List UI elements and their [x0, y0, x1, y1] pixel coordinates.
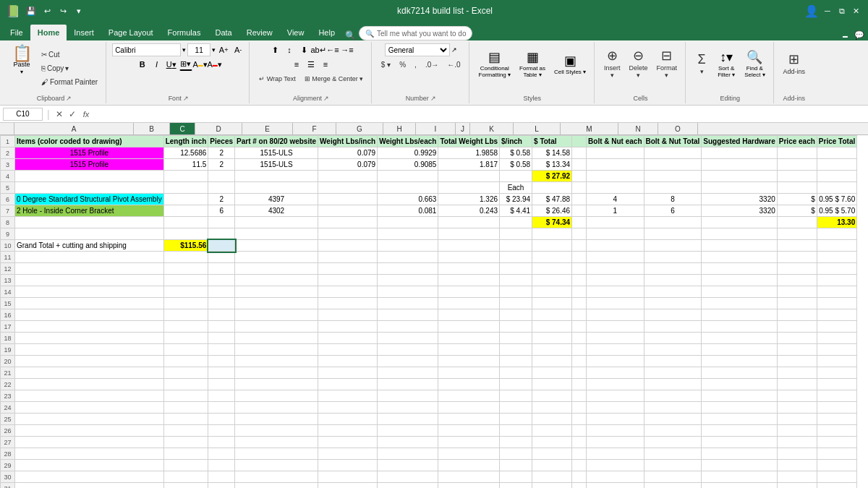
- cell-C12[interactable]: [208, 263, 235, 275]
- cell-I3[interactable]: $ 13.34: [532, 159, 572, 171]
- cell-N7[interactable]: $: [777, 205, 817, 217]
- cell-B29[interactable]: [163, 460, 208, 471]
- cell-N19[interactable]: [777, 344, 817, 356]
- cell-F3[interactable]: 0.9085: [378, 159, 438, 171]
- cell-J7[interactable]: [572, 205, 587, 217]
- cell-I18[interactable]: [532, 333, 572, 344]
- cell-E3[interactable]: 0.079: [318, 159, 378, 171]
- cell-B7[interactable]: [163, 205, 208, 217]
- cell-L26[interactable]: [644, 425, 702, 437]
- cell-E24[interactable]: [318, 402, 378, 414]
- tab-page-layout[interactable]: Page Layout: [101, 25, 161, 40]
- col-header-i[interactable]: I: [416, 123, 456, 134]
- cell-M13[interactable]: [702, 275, 777, 286]
- cell-I5[interactable]: [532, 182, 572, 194]
- cell-A11[interactable]: [15, 252, 164, 263]
- cell-N4[interactable]: [777, 171, 817, 182]
- cell-O15[interactable]: [817, 298, 856, 309]
- cell-D24[interactable]: [235, 402, 318, 414]
- row-number-21[interactable]: 21: [1, 367, 15, 379]
- cell-N17[interactable]: [777, 321, 817, 333]
- cell-O3[interactable]: [817, 159, 856, 171]
- cell-N18[interactable]: [777, 333, 817, 344]
- insert-button[interactable]: ⊕ Insert▾: [600, 43, 624, 84]
- cell-I7[interactable]: $ 26.46: [532, 205, 572, 217]
- cell-L9[interactable]: [644, 228, 702, 240]
- cell-A21[interactable]: [15, 367, 164, 379]
- cell-E25[interactable]: [318, 414, 378, 425]
- cell-M29[interactable]: [702, 460, 777, 471]
- cell-I11[interactable]: [532, 252, 572, 263]
- cell-H19[interactable]: [500, 344, 532, 356]
- cell-N2[interactable]: [777, 147, 817, 159]
- cell-F27[interactable]: [378, 437, 438, 448]
- cell-O27[interactable]: [817, 437, 856, 448]
- cell-A16[interactable]: [15, 309, 164, 321]
- redo-button[interactable]: ↪: [56, 4, 69, 17]
- cell-L12[interactable]: [644, 263, 702, 275]
- cell-M22[interactable]: [702, 379, 777, 390]
- cell-C17[interactable]: [208, 321, 235, 333]
- cell-I17[interactable]: [532, 321, 572, 333]
- insert-function-button[interactable]: fx: [80, 110, 93, 119]
- col-header-f[interactable]: F: [293, 123, 336, 134]
- cell-J8[interactable]: [572, 217, 587, 228]
- cell-G12[interactable]: [438, 263, 500, 275]
- cell-H27[interactable]: [500, 437, 532, 448]
- cell-F13[interactable]: [378, 275, 438, 286]
- cell-J6[interactable]: [572, 194, 587, 205]
- cell-C8[interactable]: [208, 217, 235, 228]
- cell-M4[interactable]: [702, 171, 777, 182]
- cell-A18[interactable]: [15, 333, 164, 344]
- cell-F5[interactable]: [378, 182, 438, 194]
- cell-O12[interactable]: [817, 263, 856, 275]
- tab-help[interactable]: Help: [311, 25, 342, 40]
- col-header-j[interactable]: J: [456, 123, 470, 134]
- cell-A24[interactable]: [15, 402, 164, 414]
- cell-J1[interactable]: [572, 136, 587, 147]
- cell-D13[interactable]: [235, 275, 318, 286]
- cell-K11[interactable]: [587, 252, 644, 263]
- cell-E28[interactable]: [318, 448, 378, 460]
- cell-G2[interactable]: 1.9858: [438, 147, 500, 159]
- row-number-6[interactable]: 6: [1, 194, 15, 205]
- cell-H11[interactable]: [500, 252, 532, 263]
- cell-O25[interactable]: [817, 414, 856, 425]
- cell-A7[interactable]: 2 Hole - Inside Corner Bracket: [15, 205, 164, 217]
- cell-H18[interactable]: [500, 333, 532, 344]
- cell-reference-box[interactable]: [3, 108, 43, 121]
- cell-B22[interactable]: [163, 379, 208, 390]
- cell-I4[interactable]: $ 27.92: [532, 171, 572, 182]
- cell-B4[interactable]: [163, 171, 208, 182]
- cell-E13[interactable]: [318, 275, 378, 286]
- cell-O7[interactable]: 0.95 $ 5.70: [817, 205, 856, 217]
- cell-F12[interactable]: [378, 263, 438, 275]
- cell-L31[interactable]: [644, 483, 702, 489]
- cell-I2[interactable]: $ 14.58: [532, 147, 572, 159]
- cell-O16[interactable]: [817, 309, 856, 321]
- cell-J27[interactable]: [572, 437, 587, 448]
- cell-A13[interactable]: [15, 275, 164, 286]
- border-button[interactable]: ⊞▾: [179, 58, 192, 71]
- cell-B25[interactable]: [163, 414, 208, 425]
- cell-K27[interactable]: [587, 437, 644, 448]
- cell-B5[interactable]: [163, 182, 208, 194]
- align-center-button[interactable]: ☰: [305, 58, 318, 71]
- cell-G27[interactable]: [438, 437, 500, 448]
- cell-F22[interactable]: [378, 379, 438, 390]
- cell-E27[interactable]: [318, 437, 378, 448]
- cell-I27[interactable]: [532, 437, 572, 448]
- cell-B27[interactable]: [163, 437, 208, 448]
- cell-C15[interactable]: [208, 298, 235, 309]
- cell-M20[interactable]: [702, 356, 777, 367]
- cell-L3[interactable]: [644, 159, 702, 171]
- cell-I28[interactable]: [532, 448, 572, 460]
- cell-G19[interactable]: [438, 344, 500, 356]
- cell-I31[interactable]: [532, 483, 572, 489]
- ribbon-comment-button[interactable]: 💬: [854, 29, 865, 40]
- cell-K8[interactable]: [587, 217, 644, 228]
- cell-H8[interactable]: [500, 217, 532, 228]
- cell-D3[interactable]: 1515-ULS: [235, 159, 318, 171]
- undo-button[interactable]: ↩: [41, 4, 54, 17]
- cell-N16[interactable]: [777, 309, 817, 321]
